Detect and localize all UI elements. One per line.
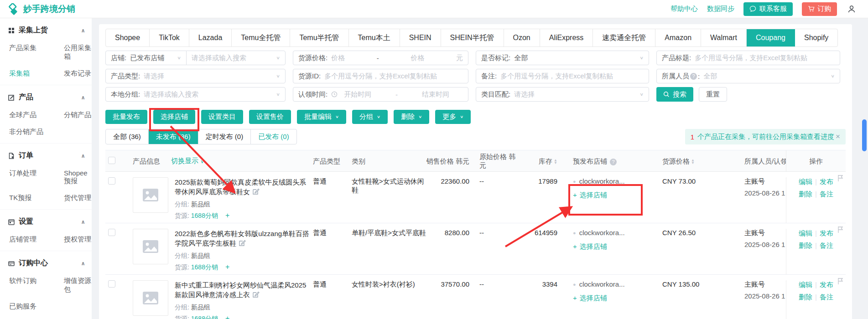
sort-icon[interactable]: ▲▼ [691, 159, 695, 165]
remark-filter[interactable]: 备注: 多个用逗号分隔，支持Excel复制粘贴 [476, 69, 649, 83]
sidebar-header-collect[interactable]: 采集上货 ∧ [0, 21, 92, 40]
sidebar-item-shopee-forecast[interactable]: Shopee预报 [64, 165, 92, 190]
sidebar-item-shop-management[interactable]: 店铺管理 [9, 231, 64, 248]
tab-temu-local[interactable]: Temu本土 [349, 29, 400, 46]
mark-filter[interactable]: 是否标记: 全部 ∨ [476, 51, 649, 65]
chevron-up-icon[interactable]: ∧ [81, 260, 85, 267]
select-shop-link[interactable]: +选择店铺 [573, 242, 651, 251]
sidebar-item-global-product[interactable]: 全球产品 [9, 107, 64, 123]
sort-icon[interactable]: ▲▼ [554, 159, 557, 165]
add-source-icon[interactable]: + [225, 263, 229, 271]
order-button[interactable]: 订购 [802, 2, 837, 16]
col-stock-sortable[interactable]: 库存▲▼ [518, 157, 562, 165]
sidebar-item-public-collect-box[interactable]: 公用采集箱 [64, 40, 92, 65]
sidebar-item-freight-management[interactable]: 货代管理 [64, 190, 92, 206]
delete-link[interactable]: 删除 [799, 242, 812, 249]
set-category-button[interactable]: 设置类目 [201, 110, 243, 124]
note-link[interactable]: 备注 [820, 242, 833, 249]
flag-icon[interactable] [837, 278, 844, 286]
select-shop-link[interactable]: +选择店铺 [573, 294, 651, 303]
start-time-input[interactable]: 开始时间 [344, 90, 371, 99]
tab-temu-semi[interactable]: Temu半托管 [290, 29, 348, 46]
sidebar-item-distribution-product[interactable]: 分销产品 [64, 107, 92, 123]
source-link[interactable]: 1688分销 [191, 263, 218, 271]
row-checkbox[interactable] [108, 177, 115, 185]
chevron-up-icon[interactable]: ∧ [81, 219, 85, 225]
source-link[interactable]: 1688分销 [191, 212, 218, 219]
product-title-filter[interactable]: 产品标题: 多个用逗号分隔，支持Excel复制粘贴 [656, 51, 840, 65]
end-time-input[interactable]: 结束时间 [422, 90, 449, 99]
tab-shopee[interactable]: Shopee [106, 29, 150, 46]
select-shop-button[interactable]: 选择店铺 [153, 110, 195, 124]
source-link[interactable]: 1688分销 [191, 315, 218, 319]
tab-aliexpress[interactable]: AliExpress [540, 29, 593, 46]
col-source-price-sortable[interactable]: 货源价格▲▼ [651, 157, 733, 165]
sidebar-item-non-distribution-product[interactable]: 非分销产品 [9, 123, 64, 140]
select-all-checkbox[interactable] [108, 157, 115, 164]
claim-time-filter[interactable]: 认领时间: 开始时间 - 结束时间 [293, 87, 468, 102]
status-tab-scheduled[interactable]: 定时发布 (0) [198, 129, 251, 144]
tab-ozon[interactable]: Ozon [504, 29, 540, 46]
tab-temu-full[interactable]: Temu全托管 [232, 29, 290, 46]
tab-coupang[interactable]: Coupang [747, 29, 795, 46]
tab-tiktok[interactable]: TikTok [150, 29, 189, 46]
delete-button[interactable]: 删除∨ [394, 110, 429, 124]
note-link[interactable]: 备注 [820, 190, 833, 198]
tab-smt-full[interactable]: 速卖通全托管 [593, 29, 655, 46]
edit-link[interactable]: 编辑 [799, 281, 812, 288]
tab-shein-semi[interactable]: SHEIN半托管 [441, 29, 504, 46]
batch-publish-button[interactable]: 批量发布 [105, 110, 147, 124]
toggle-display-link[interactable]: 切换显示 ∨ [171, 157, 204, 165]
chevron-up-icon[interactable]: ∧ [81, 94, 85, 101]
sidebar-item-publish-record[interactable]: 发布记录 [64, 65, 92, 82]
shop-type-select[interactable]: 店铺: 已发布店铺 ∨ [105, 51, 187, 65]
price-from-input[interactable]: 价格 [331, 54, 345, 62]
group-button[interactable]: 分组∨ [352, 110, 388, 124]
price-to-input[interactable]: 价格 [411, 54, 424, 62]
sidebar-item-purchased-services[interactable]: 已购服务 [9, 298, 64, 315]
sidebar-header-settings[interactable]: 设置 ∧ [0, 212, 92, 231]
shop-search-select[interactable]: 请选择或输入搜索 ∨ [186, 51, 286, 65]
tab-shopify[interactable]: Shopify [795, 29, 837, 46]
chevron-up-icon[interactable]: ∧ [81, 27, 85, 34]
edit-title-icon[interactable] [252, 291, 260, 300]
row-checkbox[interactable] [108, 229, 115, 236]
vertical-scrollbar-thumb[interactable] [862, 119, 867, 151]
tab-walmart[interactable]: Walmart [701, 29, 747, 46]
product-type-filter[interactable]: 产品类型: 请选择 ∨ [105, 69, 286, 83]
edit-link[interactable]: 编辑 [799, 178, 812, 185]
source-price-filter[interactable]: 货源价格: 价格 - 价格 元 [293, 51, 468, 65]
add-source-icon[interactable]: + [225, 314, 229, 319]
help-center-link[interactable]: 帮助中心 [670, 5, 698, 13]
sidebar-item-auth-management[interactable]: 授权管理 [64, 231, 92, 248]
tab-amazon[interactable]: Amazon [655, 29, 701, 46]
sidebar-item-tk-forecast[interactable]: TK预报 [9, 190, 64, 206]
publish-link[interactable]: 发布 [820, 229, 833, 237]
tab-shein[interactable]: SHEIN [400, 29, 441, 46]
sidebar-header-order[interactable]: 订单 ∧ [0, 146, 92, 165]
delete-link[interactable]: 删除 [799, 190, 812, 198]
batch-edit-button[interactable]: 批量编辑∨ [297, 110, 346, 124]
status-tab-all[interactable]: 全部 (36) [106, 129, 149, 144]
edit-title-icon[interactable] [239, 239, 246, 249]
sidebar-item-value-added-pack[interactable]: 增值资源包 [64, 273, 92, 298]
source-id-filter[interactable]: 货源ID: 多个用逗号分隔，支持Excel复制粘贴 [293, 69, 468, 83]
close-icon[interactable]: × [836, 132, 840, 141]
publish-link[interactable]: 发布 [820, 281, 833, 288]
row-checkbox[interactable] [108, 280, 115, 288]
sidebar-item-order-processing[interactable]: 订单处理 [9, 165, 64, 190]
flag-icon[interactable] [837, 175, 844, 183]
user-icon[interactable] [847, 5, 856, 14]
flag-icon[interactable] [837, 226, 844, 235]
more-button[interactable]: 更多∨ [435, 110, 471, 124]
select-shop-link[interactable]: +选择店铺 [573, 191, 651, 200]
delete-link[interactable]: 删除 [799, 293, 812, 301]
search-button[interactable]: 搜索 [656, 87, 693, 102]
sidebar-item-product-collect[interactable]: 产品采集 [9, 40, 64, 65]
chevron-up-icon[interactable]: ∧ [81, 153, 85, 159]
edit-title-icon[interactable] [252, 188, 260, 197]
add-source-icon[interactable]: + [225, 211, 229, 219]
sidebar-header-product[interactable]: 产品 ∧ [0, 88, 92, 107]
sidebar-header-subscribe[interactable]: 订购中心 ∧ [0, 254, 92, 273]
sidebar-item-collect-box[interactable]: 采集箱 [9, 65, 64, 82]
